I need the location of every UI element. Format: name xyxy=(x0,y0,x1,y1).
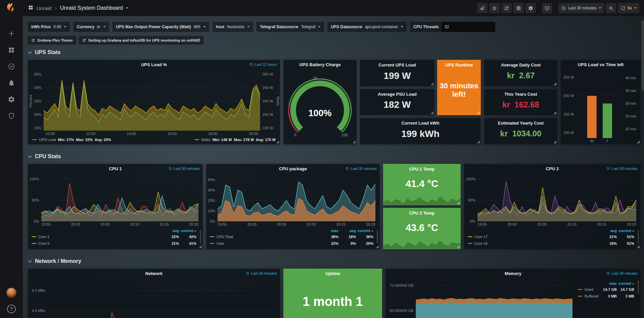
dashboard-link-grafana-plex-theme[interactable]: Grafana Plex Theme xyxy=(28,36,76,45)
tv-mode-button[interactable] xyxy=(542,3,552,13)
network-chart[interactable]: 6.0 MBs4.0 MBs2.0 MBs xyxy=(28,278,280,318)
panel-resize-handle[interactable] xyxy=(553,82,556,85)
memory-chart[interactable]: 70.000000 GB60.000000 GB50.000000 GB xyxy=(386,278,577,318)
panel-resize-handle[interactable] xyxy=(553,140,556,143)
star-button[interactable] xyxy=(489,3,500,13)
chevron-down-icon[interactable] xyxy=(126,7,129,9)
share-button[interactable] xyxy=(501,3,512,13)
ups-load-vs-time-chart[interactable]: 250 W200 W150 W100 W40 min35 min30 min25… xyxy=(561,69,640,144)
page-scrollbar[interactable] xyxy=(642,20,644,91)
dashboard-title[interactable]: Unraid System Dashboard xyxy=(60,5,123,11)
sidebar-item-dashboards[interactable] xyxy=(8,46,15,54)
panel-resize-handle[interactable] xyxy=(637,140,640,143)
variable-telegraf-datasource[interactable]: Telegraf DatasourceTelegraf xyxy=(257,22,324,32)
panel-title[interactable]: CPU 2 xyxy=(546,166,559,171)
panel-resize-handle[interactable] xyxy=(430,111,433,114)
panel-title[interactable]: Network xyxy=(145,271,163,276)
legend-series-watts[interactable]: Watts xyxy=(201,138,211,142)
variable-input-cpu-threads[interactable] xyxy=(442,22,495,32)
panel-title[interactable]: UPS Battery Charge xyxy=(299,62,341,67)
legend-series-core-5[interactable]: Core 5 xyxy=(32,241,162,245)
time-range-picker[interactable]: Last 30 minutes xyxy=(558,3,604,13)
variable-ups-max-output-power-capacity-watt[interactable]: UPS Max Output Power Capacity (Watt)865 xyxy=(112,22,209,32)
legend-column-current[interactable]: current xyxy=(617,229,634,233)
legend-scrollbar[interactable] xyxy=(638,230,639,243)
panel-title[interactable]: Estimated Yearly Cost xyxy=(485,118,557,126)
panel-title[interactable]: Average Daily Cost xyxy=(485,60,557,67)
breadcrumb-folder[interactable]: Unraid xyxy=(37,5,51,11)
panel-resize-handle[interactable] xyxy=(553,111,556,114)
help-icon[interactable]: ? xyxy=(7,305,16,313)
legend-column-avg[interactable]: avg xyxy=(162,229,179,233)
variable-currency[interactable]: Currencykr xyxy=(73,22,109,32)
legend-column-avg[interactable]: avg xyxy=(599,229,617,233)
variable-value[interactable]: 865 xyxy=(194,25,200,29)
variable-cpu-threads[interactable]: CPU Threads xyxy=(410,22,495,32)
legend-scrollbar[interactable] xyxy=(638,280,639,294)
legend-column-current[interactable]: current xyxy=(356,229,373,233)
panel-title[interactable]: UPS Runtime xyxy=(438,60,480,67)
panel-title[interactable]: Uptime xyxy=(325,271,340,276)
cpu-package-chart[interactable]: 40%30%20%10%0%19:5520:0020:0520:1020:152… xyxy=(206,173,379,227)
grafana-logo[interactable] xyxy=(4,2,19,16)
panel-title[interactable]: CPU package xyxy=(279,166,307,171)
legend-scrollbar[interactable] xyxy=(200,230,201,243)
legend-column-max[interactable]: max xyxy=(321,229,338,233)
panel-resize-handle[interactable] xyxy=(457,245,460,248)
section-ups-stats[interactable]: UPS Stats xyxy=(29,48,640,56)
panel-resize-handle[interactable] xyxy=(376,245,379,248)
panel-title[interactable]: UPS Load % xyxy=(141,62,167,67)
dashboard-link-setting-up-grafana-and-influxdb-for-ups-monitoring-on-unraid[interactable]: Setting up Grafana and InfluxDB for UPS … xyxy=(79,36,203,45)
zoom-out-button[interactable] xyxy=(606,3,616,13)
panel-title[interactable]: Memory xyxy=(505,271,521,276)
variable-ups-datasource[interactable]: UPS Datasourceapcupsd-container xyxy=(327,22,407,32)
ups-load-chart[interactable]: 35%30%25%20%15%300 W250 W200 W150 W100 W… xyxy=(28,69,280,137)
legend-column-current[interactable]: current xyxy=(179,229,196,233)
section-cpu-stats[interactable]: CPU Stats xyxy=(29,152,640,161)
sidebar-item-server-admin[interactable] xyxy=(8,112,15,120)
cpu2-chart[interactable]: 100%50%0%19:5520:0020:0520:1020:1520:20 xyxy=(464,173,640,227)
cpu1-chart[interactable]: 100%50%0%19:5520:0020:0520:1020:1520:20 xyxy=(28,173,202,227)
legend-column-current[interactable]: current xyxy=(617,281,634,285)
legend-series-cpu-total[interactable]: CPU Total xyxy=(210,235,321,239)
panel-title[interactable]: CPU 1 Temp xyxy=(383,164,460,172)
panel-resize-handle[interactable] xyxy=(430,82,433,85)
variable-kwh-price[interactable]: kWh Price0.65 xyxy=(28,22,70,32)
panel-resize-handle[interactable] xyxy=(199,245,202,248)
legend-scrollbar[interactable] xyxy=(377,230,378,243)
panel-title[interactable]: This Years Cost xyxy=(485,89,557,97)
variable-value[interactable]: Nostromo xyxy=(227,25,244,29)
refresh-button[interactable]: 5s xyxy=(618,3,639,13)
variable-host[interactable]: hostNostromo xyxy=(213,22,253,32)
variable-value[interactable]: 0.65 xyxy=(53,25,61,29)
legend-series-core-17[interactable]: Core 17 xyxy=(468,235,599,239)
panel-title[interactable]: CPU 2 Temp xyxy=(383,208,460,216)
panel-resize-handle[interactable] xyxy=(353,140,356,143)
panel-title[interactable]: Average PSU Load xyxy=(360,89,434,97)
sidebar-item-explore[interactable] xyxy=(8,63,15,70)
legend-series-buffered[interactable]: Buffered xyxy=(578,294,599,298)
dashboard-settings-button[interactable] xyxy=(525,3,536,13)
sidebar-item-configuration[interactable] xyxy=(8,96,15,103)
save-button[interactable] xyxy=(513,3,524,13)
legend-series-core-16[interactable]: Core 16 xyxy=(468,241,599,245)
add-panel-button[interactable] xyxy=(477,3,488,13)
section-network-memory[interactable]: Network / Memory xyxy=(29,257,640,265)
legend-series-ups-load[interactable]: UPS Load xyxy=(39,138,56,142)
legend-column-max[interactable]: max xyxy=(599,281,617,285)
variable-value[interactable]: Telegraf xyxy=(301,25,316,29)
panel-resize-handle[interactable] xyxy=(477,111,480,114)
panel-title[interactable]: UPS Load vs Time left xyxy=(578,62,624,67)
sidebar-item-alerting[interactable] xyxy=(8,79,15,87)
panel-title[interactable]: Current Load kWh xyxy=(360,118,480,126)
legend-series-core-1[interactable]: Core 1 xyxy=(32,235,162,239)
user-avatar[interactable] xyxy=(6,288,16,298)
panel-resize-handle[interactable] xyxy=(457,201,460,204)
sidebar-item-create[interactable] xyxy=(8,30,15,37)
panel-title[interactable]: Current UPS Load xyxy=(360,60,434,67)
variable-value[interactable]: kr xyxy=(97,25,100,29)
legend-series-user[interactable]: User xyxy=(210,241,321,245)
panel-resize-handle[interactable] xyxy=(276,140,279,143)
panel-resize-handle[interactable] xyxy=(477,140,480,143)
legend-series-used[interactable]: Used xyxy=(578,287,599,291)
